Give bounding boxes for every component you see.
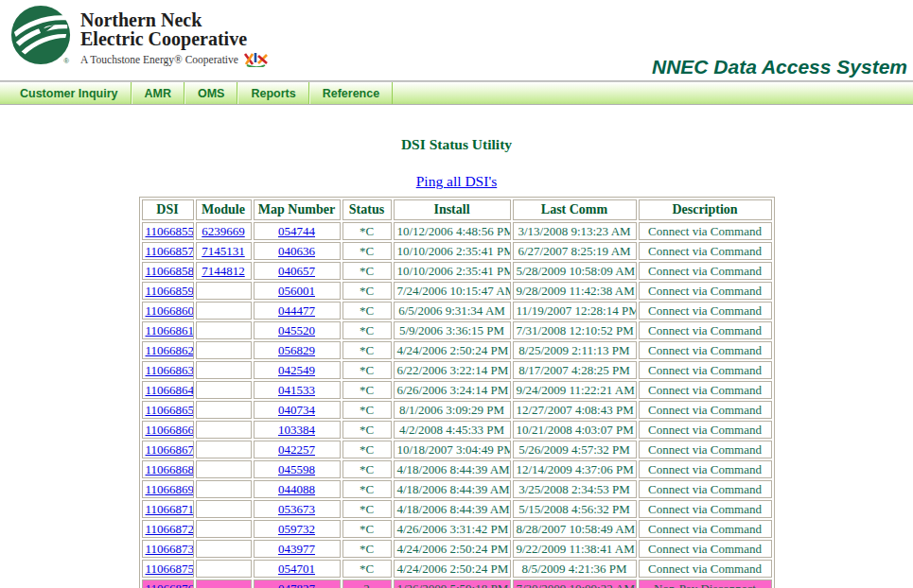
map-number-link[interactable]: 040657 xyxy=(278,264,315,278)
dsi-link[interactable]: 11066875 xyxy=(146,562,194,576)
map-number-link[interactable]: 044088 xyxy=(278,482,315,496)
dsi-cell: 11066866 xyxy=(142,421,194,439)
module-cell xyxy=(196,321,252,339)
dsi-status-table: DSIModuleMap NumberStatusInstallLast Com… xyxy=(139,197,775,588)
module-cell xyxy=(196,441,252,458)
dsi-cell: 11066863 xyxy=(142,361,194,379)
map-number-cell: 103384 xyxy=(254,421,341,439)
map-number-link[interactable]: 042549 xyxy=(278,363,315,377)
map-number-link[interactable]: 042257 xyxy=(278,442,315,457)
last-comm-cell: 8/25/2009 2:11:13 PM xyxy=(513,341,637,359)
table-row: 11066869044088*C4/18/2006 8:44:39 AM3/25… xyxy=(142,480,772,498)
dsi-link[interactable]: 11066872 xyxy=(146,522,194,536)
install-cell: 10/12/2006 4:48:56 PM xyxy=(394,222,511,240)
nav-tab-reference[interactable]: Reference xyxy=(309,82,393,104)
dsi-link[interactable]: 11066861 xyxy=(146,323,194,337)
module-cell xyxy=(196,460,252,478)
dsi-cell: 11066861 xyxy=(142,321,194,339)
description-cell: Connect via Command xyxy=(639,262,772,280)
map-number-link[interactable]: 041533 xyxy=(278,383,315,397)
status-cell: *C xyxy=(342,262,392,280)
dsi-link[interactable]: 11066855 xyxy=(146,224,194,238)
description-cell: Connect via Command xyxy=(639,421,772,439)
table-row: 11066860044477*C6/5/2006 9:31:34 AM11/19… xyxy=(142,302,772,320)
dsi-link[interactable]: 11066866 xyxy=(146,423,194,437)
map-number-link[interactable]: 040636 xyxy=(278,244,315,258)
module-cell xyxy=(196,480,252,498)
map-number-cell: 040657 xyxy=(254,262,341,280)
dsi-link[interactable]: 11066867 xyxy=(146,442,194,457)
table-row: 11066867042257*C10/18/2007 3:04:49 PM5/2… xyxy=(142,441,772,458)
map-number-link[interactable]: 054701 xyxy=(278,562,315,576)
module-cell xyxy=(196,381,252,399)
dsi-link[interactable]: 11066863 xyxy=(146,363,194,377)
status-cell: *C xyxy=(342,361,392,379)
nav-tab-oms[interactable]: OMS xyxy=(184,82,237,104)
install-cell: 8/1/2006 3:09:29 PM xyxy=(394,401,511,419)
column-header-install: Install xyxy=(394,199,511,220)
map-number-link[interactable]: 044477 xyxy=(278,303,315,318)
dsi-link[interactable]: 11066871 xyxy=(146,502,194,516)
dsi-link[interactable]: 11066857 xyxy=(146,244,194,258)
map-number-link[interactable]: 103384 xyxy=(278,423,315,437)
dsi-link[interactable]: 11066864 xyxy=(146,383,194,397)
column-header-module: Module xyxy=(196,199,252,220)
map-number-link[interactable]: 054744 xyxy=(278,224,315,238)
map-number-link[interactable]: 056829 xyxy=(278,343,315,357)
map-number-cell: 056001 xyxy=(254,282,341,300)
status-cell: *C xyxy=(342,282,392,300)
map-number-link[interactable]: 043977 xyxy=(278,542,315,556)
status-cell: *C xyxy=(342,441,392,458)
map-number-link[interactable]: 056001 xyxy=(278,284,315,298)
map-number-link[interactable]: 040734 xyxy=(278,403,315,417)
description-cell: Connect via Command xyxy=(639,282,772,300)
module-cell xyxy=(196,282,252,300)
dsi-link[interactable]: 11066865 xyxy=(146,403,194,417)
nav-tab-customer-inquiry[interactable]: Customer Inquiry xyxy=(8,82,132,104)
map-number-link[interactable]: 045598 xyxy=(278,462,315,476)
description-cell: Connect via Command xyxy=(639,441,772,458)
map-number-link[interactable]: 045520 xyxy=(278,323,315,337)
map-number-cell: 054701 xyxy=(254,560,341,578)
dsi-link[interactable]: 11066876 xyxy=(146,581,194,588)
dsi-link[interactable]: 11066859 xyxy=(146,284,194,298)
last-comm-cell: 7/31/2008 12:10:52 PM xyxy=(513,321,637,339)
last-comm-cell: 8/5/2009 4:21:36 PM xyxy=(513,560,637,578)
column-header-status: Status xyxy=(342,199,392,220)
table-row: 11066864041533*C6/26/2006 3:24:14 PM9/24… xyxy=(142,381,772,399)
module-cell xyxy=(196,302,252,320)
module-link[interactable]: 6239669 xyxy=(202,224,245,238)
last-comm-cell: 5/28/2009 10:58:09 AM xyxy=(513,262,637,280)
dsi-link[interactable]: 11066860 xyxy=(146,303,194,318)
status-cell: 2 xyxy=(342,579,392,588)
last-comm-cell: 12/14/2009 4:37:06 PM xyxy=(513,460,637,478)
last-comm-cell: 9/24/2009 11:22:21 AM xyxy=(513,381,637,399)
description-cell: Connect via Command xyxy=(639,222,772,240)
dsi-link[interactable]: 11066868 xyxy=(146,462,194,476)
install-cell: 6/5/2006 9:31:34 AM xyxy=(394,302,511,320)
module-link[interactable]: 7145131 xyxy=(202,244,245,258)
module-link[interactable]: 7144812 xyxy=(202,264,245,278)
dsi-link[interactable]: 11066862 xyxy=(146,343,194,357)
status-cell: *C xyxy=(342,480,392,498)
nav-tab-reports[interactable]: Reports xyxy=(237,82,308,104)
description-cell: Connect via Command xyxy=(639,302,772,320)
touchstone-energy-icon xyxy=(243,52,268,67)
nav-tab-amr[interactable]: AMR xyxy=(132,82,184,104)
dsi-cell: 11066876 xyxy=(142,579,194,588)
map-number-cell: 045598 xyxy=(254,460,341,478)
system-title: NNEC Data Access System xyxy=(652,56,907,78)
dsi-link[interactable]: 11066858 xyxy=(146,264,194,278)
last-comm-cell: 5/26/2009 4:57:32 PM xyxy=(513,441,637,458)
dsi-link[interactable]: 11066873 xyxy=(146,542,194,556)
last-comm-cell: 8/28/2007 10:58:49 AM xyxy=(513,520,637,538)
last-comm-cell: 6/27/2007 8:25:19 AM xyxy=(513,242,637,260)
map-number-link[interactable]: 059732 xyxy=(278,522,315,536)
map-number-cell: 053673 xyxy=(254,500,341,518)
dsi-link[interactable]: 11066869 xyxy=(146,482,194,496)
map-number-link[interactable]: 053673 xyxy=(278,502,315,516)
logo-name-line1: Northern Neck xyxy=(80,10,268,29)
map-number-link[interactable]: 047827 xyxy=(278,581,315,588)
ping-all-dsis-link[interactable]: Ping all DSI's xyxy=(416,173,497,190)
description-cell: Connect via Command xyxy=(639,560,772,578)
